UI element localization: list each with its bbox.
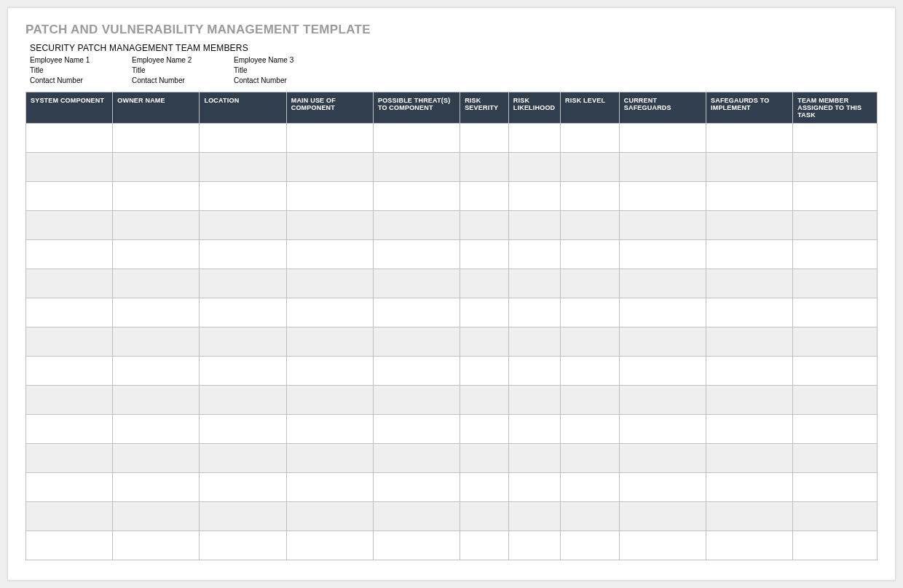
table-cell[interactable] [460, 415, 509, 444]
table-cell[interactable] [113, 153, 200, 182]
table-cell[interactable] [508, 327, 560, 357]
table-cell[interactable] [373, 269, 460, 298]
table-cell[interactable] [286, 124, 373, 153]
table-cell[interactable] [286, 531, 373, 560]
table-cell[interactable] [200, 502, 286, 531]
table-cell[interactable] [619, 124, 706, 153]
table-cell[interactable] [460, 502, 509, 531]
table-cell[interactable] [508, 269, 560, 298]
table-cell[interactable] [373, 473, 460, 502]
table-cell[interactable] [286, 298, 373, 327]
table-cell[interactable] [113, 240, 200, 269]
table-cell[interactable] [200, 473, 286, 502]
table-cell[interactable] [706, 327, 792, 357]
table-cell[interactable] [373, 386, 460, 415]
table-cell[interactable] [706, 211, 792, 240]
table-cell[interactable] [460, 240, 509, 269]
table-cell[interactable] [561, 444, 620, 473]
table-cell[interactable] [561, 211, 620, 240]
table-cell[interactable] [286, 502, 373, 531]
table-cell[interactable] [561, 124, 620, 153]
table-cell[interactable] [26, 269, 113, 298]
table-cell[interactable] [508, 415, 560, 444]
table-cell[interactable] [561, 153, 620, 182]
table-cell[interactable] [619, 444, 706, 473]
table-cell[interactable] [508, 240, 560, 269]
table-cell[interactable] [619, 502, 706, 531]
table-cell[interactable] [113, 473, 200, 502]
table-cell[interactable] [200, 124, 286, 153]
table-cell[interactable] [706, 444, 792, 473]
table-cell[interactable] [200, 211, 286, 240]
table-cell[interactable] [26, 444, 113, 473]
table-cell[interactable] [561, 327, 620, 357]
table-cell[interactable] [200, 298, 286, 327]
table-cell[interactable] [286, 415, 373, 444]
table-cell[interactable] [113, 327, 200, 357]
table-cell[interactable] [508, 386, 560, 415]
table-cell[interactable] [508, 502, 560, 531]
table-cell[interactable] [793, 240, 878, 269]
table-cell[interactable] [619, 415, 706, 444]
table-cell[interactable] [619, 211, 706, 240]
table-cell[interactable] [200, 182, 286, 211]
table-cell[interactable] [793, 298, 878, 327]
table-cell[interactable] [561, 269, 620, 298]
table-cell[interactable] [26, 124, 113, 153]
table-cell[interactable] [113, 211, 200, 240]
table-cell[interactable] [200, 153, 286, 182]
table-cell[interactable] [286, 357, 373, 386]
table-cell[interactable] [619, 357, 706, 386]
table-cell[interactable] [26, 473, 113, 502]
table-cell[interactable] [508, 531, 560, 560]
table-cell[interactable] [200, 327, 286, 357]
table-cell[interactable] [200, 269, 286, 298]
table-cell[interactable] [706, 473, 792, 502]
table-cell[interactable] [286, 182, 373, 211]
table-cell[interactable] [113, 124, 200, 153]
table-cell[interactable] [793, 211, 878, 240]
table-cell[interactable] [373, 327, 460, 357]
table-cell[interactable] [200, 531, 286, 560]
table-cell[interactable] [706, 124, 792, 153]
table-cell[interactable] [793, 502, 878, 531]
table-cell[interactable] [373, 153, 460, 182]
table-cell[interactable] [508, 182, 560, 211]
table-cell[interactable] [460, 386, 509, 415]
table-cell[interactable] [793, 153, 878, 182]
table-cell[interactable] [373, 240, 460, 269]
table-cell[interactable] [561, 357, 620, 386]
table-cell[interactable] [706, 240, 792, 269]
table-cell[interactable] [286, 386, 373, 415]
table-cell[interactable] [200, 240, 286, 269]
table-cell[interactable] [373, 444, 460, 473]
table-cell[interactable] [561, 473, 620, 502]
table-cell[interactable] [113, 357, 200, 386]
table-cell[interactable] [561, 415, 620, 444]
table-cell[interactable] [793, 444, 878, 473]
table-cell[interactable] [508, 298, 560, 327]
table-cell[interactable] [793, 327, 878, 357]
table-cell[interactable] [373, 124, 460, 153]
table-cell[interactable] [200, 357, 286, 386]
table-cell[interactable] [619, 269, 706, 298]
table-cell[interactable] [561, 386, 620, 415]
table-cell[interactable] [619, 240, 706, 269]
table-cell[interactable] [508, 124, 560, 153]
table-cell[interactable] [460, 473, 509, 502]
table-cell[interactable] [793, 531, 878, 560]
table-cell[interactable] [373, 531, 460, 560]
table-cell[interactable] [460, 182, 509, 211]
table-cell[interactable] [619, 327, 706, 357]
table-cell[interactable] [460, 124, 509, 153]
table-cell[interactable] [200, 444, 286, 473]
table-cell[interactable] [561, 502, 620, 531]
table-cell[interactable] [706, 386, 792, 415]
table-cell[interactable] [508, 473, 560, 502]
table-cell[interactable] [460, 444, 509, 473]
table-cell[interactable] [460, 298, 509, 327]
table-cell[interactable] [373, 182, 460, 211]
table-cell[interactable] [793, 182, 878, 211]
table-cell[interactable] [200, 386, 286, 415]
table-cell[interactable] [460, 357, 509, 386]
